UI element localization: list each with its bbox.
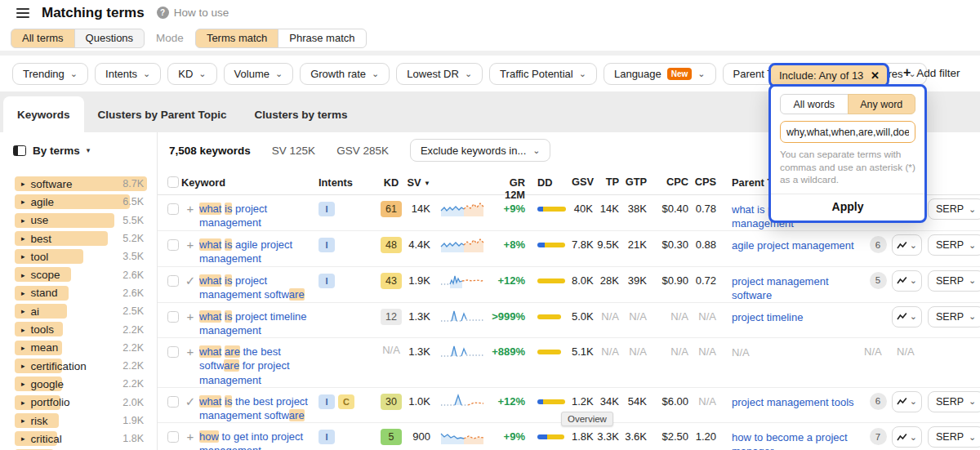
- select-all-checkbox[interactable]: [167, 176, 179, 188]
- sidebar-term-use[interactable]: ▸use5.5K: [15, 212, 144, 229]
- filter-chip-growth-rate[interactable]: Growth rate⌄: [300, 63, 390, 85]
- row-action-cell: +: [181, 423, 199, 450]
- toggle-all-words[interactable]: All words: [780, 94, 849, 114]
- position-history-button[interactable]: ⌄: [892, 391, 922, 412]
- add-keyword-icon[interactable]: +: [187, 430, 194, 443]
- keyword-link[interactable]: what is project management: [199, 203, 267, 229]
- added-check-icon[interactable]: ✓: [185, 394, 196, 408]
- toggle-any-word[interactable]: Any word: [848, 94, 916, 114]
- trend-cell: [434, 388, 490, 422]
- row-checkbox[interactable]: [167, 311, 179, 323]
- parent-topic-link[interactable]: project management software: [732, 275, 829, 301]
- keyword-link[interactable]: what is project management software: [199, 274, 305, 301]
- chevron-down-icon: ⌄: [910, 397, 917, 406]
- serp-button[interactable]: SERP⌄: [928, 234, 980, 256]
- sidebar-term-risk[interactable]: ▸risk1.9K: [15, 412, 144, 430]
- position-history-button[interactable]: ⌄: [892, 270, 922, 292]
- serp-cell: SERP⌄: [928, 423, 980, 450]
- apply-button[interactable]: Apply: [780, 194, 915, 221]
- serp-button[interactable]: SERP⌄: [928, 426, 980, 448]
- keyword-link[interactable]: what is project timeline management: [199, 310, 307, 336]
- mode-tab-terms-match[interactable]: Terms match: [195, 29, 278, 48]
- include-help-text: You can separate terms with commas and u…: [780, 149, 915, 187]
- intents-cell: I: [314, 423, 377, 450]
- dd-bar: [537, 243, 565, 247]
- row-checkbox[interactable]: [167, 346, 179, 358]
- sidebar-term-agile[interactable]: ▸agile6.5K: [15, 193, 144, 211]
- by-terms-selector[interactable]: By terms ▾: [0, 132, 158, 168]
- filter-chip-kd[interactable]: KD⌄: [167, 63, 216, 85]
- parent-topic-link[interactable]: project management tools: [732, 396, 854, 408]
- sidebar-term-critical[interactable]: ▸critical1.8K: [15, 430, 144, 448]
- filter-chip-traffic-potential[interactable]: Traffic Potential⌄: [489, 63, 597, 85]
- parent-topic-link[interactable]: project timeline: [732, 311, 803, 323]
- mode-tab-questions[interactable]: Questions: [74, 29, 145, 48]
- sv-cell: 4.4K: [405, 231, 434, 265]
- mode-tab-phrase-match[interactable]: Phrase match: [278, 29, 366, 48]
- row-checkbox[interactable]: [167, 396, 179, 408]
- keyword-link[interactable]: what is the best project management soft…: [199, 395, 308, 421]
- filter-chip-volume[interactable]: Volume⌄: [224, 63, 294, 85]
- sidebar-term-scope[interactable]: ▸scope2.6K: [15, 265, 144, 283]
- parent-topic-cell: project management tools: [720, 388, 864, 422]
- add-keyword-icon[interactable]: +: [187, 310, 194, 323]
- sidebar-term-certification[interactable]: ▸certification2.2K: [15, 357, 144, 375]
- parent-topic-link[interactable]: how to become a project manager: [732, 431, 848, 450]
- include-terms-input[interactable]: [780, 121, 915, 143]
- gsv-cell: 1.8K: [572, 423, 596, 450]
- sidebar-term-tools[interactable]: ▸tools2.2K: [15, 320, 144, 338]
- keyword-link[interactable]: what are the best software for project m…: [199, 345, 290, 385]
- position-history-button[interactable]: ⌄: [892, 426, 922, 448]
- term-count: 5.5K: [122, 215, 144, 226]
- row-checkbox[interactable]: [167, 203, 179, 215]
- menu-icon[interactable]: [16, 8, 29, 18]
- row-checkbox[interactable]: [167, 275, 179, 287]
- panel-layout-icon: [13, 145, 26, 156]
- filter-chip-language[interactable]: LanguageNew⌄: [604, 63, 716, 85]
- term-label: ▸tool: [15, 251, 48, 263]
- sidebar-term-tool[interactable]: ▸tool3.5K: [15, 247, 144, 265]
- add-keyword-icon[interactable]: +: [187, 345, 194, 359]
- gtp-cell: 38K: [622, 195, 650, 230]
- sidebar-term-stand[interactable]: ▸stand2.6K: [15, 284, 144, 302]
- term-label: ▸best: [15, 233, 51, 245]
- keyword-link[interactable]: how to get into project management: [199, 430, 303, 450]
- sidebar-term-ai[interactable]: ▸ai2.5K: [15, 302, 144, 320]
- tab-keywords[interactable]: Keywords: [3, 96, 84, 132]
- filter-chip-label: Language: [614, 68, 662, 80]
- sidebar-term-google[interactable]: ▸google2.2K: [15, 375, 144, 393]
- sidebar-term-software[interactable]: ▸software8.7K: [15, 175, 144, 193]
- position-history-button[interactable]: ⌄: [892, 306, 922, 327]
- dd-bar: [537, 207, 566, 212]
- row-checkbox[interactable]: [167, 239, 179, 251]
- exclude-keywords-button[interactable]: Exclude keywords in... ⌄: [410, 139, 551, 162]
- sidebar-term-best[interactable]: ▸best5.2K: [15, 229, 144, 247]
- filter-chip-label: Lowest DR: [407, 68, 459, 80]
- kd-badge: 30: [381, 394, 402, 410]
- chevron-down-icon: ⌄: [969, 205, 976, 214]
- mode-tab-all-terms[interactable]: All terms: [11, 29, 75, 48]
- keyword-link[interactable]: what is agile project management: [199, 238, 292, 265]
- sidebar-term-mean[interactable]: ▸mean2.2K: [15, 339, 144, 357]
- close-icon[interactable]: ✕: [871, 69, 880, 82]
- filter-chip-intents[interactable]: Intents⌄: [95, 63, 161, 85]
- serp-button[interactable]: SERP⌄: [928, 306, 980, 327]
- position-history-button[interactable]: ⌄: [892, 234, 922, 256]
- row-checkbox[interactable]: [167, 431, 179, 443]
- add-keyword-icon[interactable]: +: [187, 202, 194, 216]
- trend-sparkline: [440, 272, 484, 289]
- serp-button[interactable]: SERP⌄: [928, 270, 980, 292]
- parent-topic-link[interactable]: agile project management: [732, 239, 854, 252]
- add-keyword-icon[interactable]: +: [187, 238, 194, 252]
- serp-button[interactable]: SERP⌄: [928, 198, 980, 220]
- how-to-use[interactable]: ? How to use: [157, 7, 229, 19]
- sidebar-term-portfolio[interactable]: ▸portfolio2.0K: [15, 394, 144, 412]
- tab-clusters-by-parent-topic[interactable]: Clusters by Parent Topic: [84, 96, 241, 132]
- filter-chip-lowest-dr[interactable]: Lowest DR⌄: [396, 63, 483, 85]
- filter-chip-trending[interactable]: Trending⌄: [12, 63, 88, 85]
- tab-clusters-by-terms[interactable]: Clusters by terms: [241, 96, 362, 132]
- serp-button[interactable]: SERP⌄: [928, 391, 980, 412]
- cpc-cell: N/A: [650, 303, 691, 337]
- added-check-icon[interactable]: ✓: [185, 274, 196, 287]
- term-label: ▸certification: [15, 360, 87, 372]
